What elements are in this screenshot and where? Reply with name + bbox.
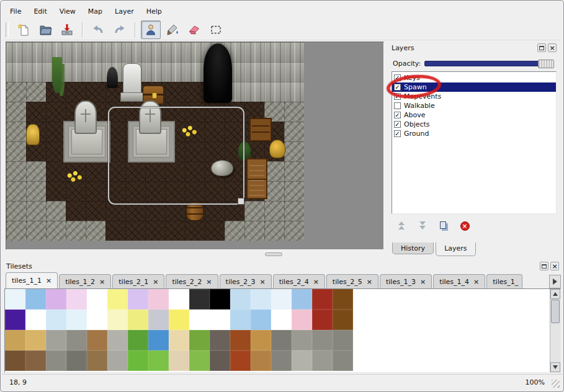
tileset-tile[interactable]: [333, 350, 353, 371]
map-viewport[interactable]: [6, 42, 384, 250]
map-tile-floor[interactable]: [26, 102, 46, 122]
tileset-tile[interactable]: [87, 289, 107, 310]
tileset-tile[interactable]: [312, 350, 333, 371]
menu-layer[interactable]: Layer: [109, 6, 140, 17]
tileset-vertical-scrollbar[interactable]: [550, 289, 560, 372]
map-tile-rock[interactable]: [284, 102, 304, 122]
tileset-tile[interactable]: [251, 350, 271, 371]
layer-checkbox-objects[interactable]: [394, 121, 401, 128]
layer-checkbox-ground[interactable]: [394, 130, 401, 137]
map-tile-wall[interactable]: [264, 62, 284, 82]
map-tile-wall[interactable]: [284, 42, 304, 62]
map-tile-rock[interactable]: [26, 201, 46, 221]
menu-help[interactable]: Help: [141, 6, 168, 17]
map-tile-floor[interactable]: [46, 141, 66, 161]
tileset-tile[interactable]: [128, 289, 148, 310]
tileset-tile[interactable]: [230, 350, 251, 371]
close-tab-icon[interactable]: [206, 278, 212, 285]
undo-button[interactable]: [88, 20, 108, 39]
map-tile-wall[interactable]: [244, 42, 264, 62]
tileset-tile[interactable]: [5, 310, 25, 330]
map-tile-floor[interactable]: [244, 181, 264, 201]
tileset-tile[interactable]: [25, 330, 46, 350]
tileset-tile[interactable]: [251, 289, 271, 310]
tileset-tile[interactable]: [230, 310, 251, 330]
tileset-tile[interactable]: [333, 310, 353, 330]
map-tile-rock[interactable]: [26, 82, 46, 102]
tileset-tile[interactable]: [312, 330, 333, 350]
tileset-tile[interactable]: [169, 310, 189, 330]
tileset-tile[interactable]: [312, 289, 333, 310]
close-tab-icon[interactable]: [313, 278, 319, 285]
tileset-tile[interactable]: [189, 310, 210, 330]
open-folder-button[interactable]: [35, 20, 55, 39]
map-tile-wall[interactable]: [225, 62, 244, 82]
tileset-tab-tiles_2_5[interactable]: tiles_2_5: [326, 274, 378, 288]
tilesets-float-button[interactable]: [540, 262, 548, 270]
new-file-button[interactable]: [14, 20, 34, 39]
tileset-tab-tiles_1[interactable]: tiles_1_: [486, 274, 522, 288]
map-tile-wall[interactable]: [225, 82, 244, 102]
map-tile-wall[interactable]: [6, 42, 26, 62]
toolbar-drag-handle[interactable]: [6, 22, 9, 37]
tileset-tile[interactable]: [210, 289, 230, 310]
close-tab-icon[interactable]: [99, 278, 105, 285]
close-tab-icon[interactable]: [367, 278, 372, 285]
tileset-tile[interactable]: [251, 330, 271, 350]
tileset-tile[interactable]: [66, 330, 87, 350]
map-tile-floor[interactable]: [185, 82, 205, 102]
menu-map[interactable]: Map: [83, 6, 108, 17]
map-tile-rock[interactable]: [264, 102, 284, 122]
map-tile-floor[interactable]: [26, 122, 46, 141]
map-tile-wall[interactable]: [125, 62, 145, 82]
tileset-tile[interactable]: [148, 330, 169, 350]
tileset-tile[interactable]: [210, 310, 230, 330]
tileset-tile[interactable]: [87, 310, 107, 330]
layer-row-above[interactable]: Above: [392, 110, 556, 120]
tileset-tile[interactable]: [25, 350, 46, 371]
map-tile-floor[interactable]: [125, 82, 145, 102]
map-canvas[interactable]: [6, 42, 304, 241]
tileset-tab-tiles_1_2[interactable]: tiles_1_2: [59, 274, 111, 288]
map-tile-floor[interactable]: [66, 181, 86, 201]
map-tile-floor[interactable]: [165, 82, 185, 102]
tileset-tab-tiles_2_2[interactable]: tiles_2_2: [166, 274, 218, 288]
layer-row-mapevents[interactable]: Mapevents: [392, 92, 556, 101]
map-tile-rock[interactable]: [6, 102, 26, 122]
map-tile-wall[interactable]: [185, 42, 205, 62]
map-tile-floor[interactable]: [46, 82, 66, 102]
map-tile-floor[interactable]: [46, 102, 66, 122]
menu-edit[interactable]: Edit: [28, 6, 52, 17]
map-tile-rock[interactable]: [284, 122, 304, 141]
splitter-grip-icon[interactable]: [265, 252, 282, 256]
tileset-tile[interactable]: [128, 310, 148, 330]
map-tile-floor[interactable]: [46, 161, 66, 181]
layer-checkbox-keys[interactable]: [394, 74, 401, 81]
tileset-tile[interactable]: [87, 330, 107, 350]
tileset-tile[interactable]: [128, 350, 148, 371]
map-tile-floor[interactable]: [86, 122, 105, 141]
map-tile-rock[interactable]: [66, 221, 86, 241]
map-tile-wall[interactable]: [86, 42, 105, 62]
menu-view[interactable]: View: [54, 6, 81, 17]
close-tab-icon[interactable]: [46, 277, 51, 284]
map-tile-floor[interactable]: [244, 141, 264, 161]
tileset-tile[interactable]: [107, 350, 128, 371]
map-tile-floor[interactable]: [205, 221, 225, 241]
select-rect-button[interactable]: [206, 20, 226, 39]
spawn-person-button[interactable]: [141, 20, 161, 39]
layers-close-button[interactable]: [548, 43, 557, 52]
tileset-tile[interactable]: [189, 350, 210, 371]
tileset-tile[interactable]: [107, 310, 128, 330]
map-tile-rock[interactable]: [26, 161, 46, 181]
map-tile-rock[interactable]: [26, 221, 46, 241]
tab-history[interactable]: History: [392, 243, 434, 254]
tileset-tile[interactable]: [66, 310, 87, 330]
tileset-tile[interactable]: [271, 350, 292, 371]
redo-button[interactable]: [110, 20, 130, 39]
tileset-tile[interactable]: [292, 350, 312, 371]
tileset-tile[interactable]: [87, 350, 107, 371]
map-tile-wall[interactable]: [86, 62, 105, 82]
layer-row-ground[interactable]: Ground: [392, 129, 556, 138]
tileset-tile[interactable]: [210, 350, 230, 371]
